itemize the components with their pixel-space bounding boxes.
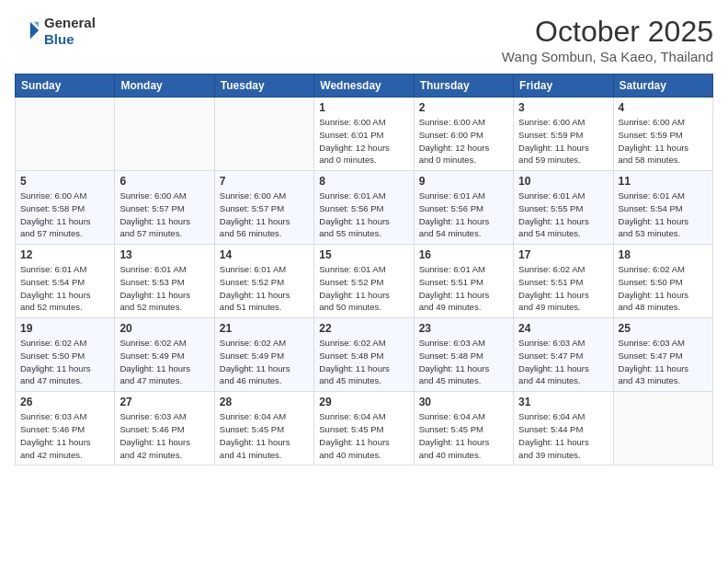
- weekday-header-monday: Monday: [115, 75, 214, 98]
- calendar-cell: 8Sunrise: 6:01 AM Sunset: 5:56 PM Daylig…: [314, 171, 414, 245]
- calendar-cell: 11Sunrise: 6:01 AM Sunset: 5:54 PM Dayli…: [613, 171, 712, 245]
- day-info: Sunrise: 6:04 AM Sunset: 5:45 PM Dayligh…: [319, 410, 408, 461]
- day-number: 13: [119, 248, 209, 261]
- calendar-cell: 10Sunrise: 6:01 AM Sunset: 5:55 PM Dayli…: [514, 171, 613, 245]
- day-info: Sunrise: 6:00 AM Sunset: 5:59 PM Dayligh…: [619, 116, 708, 167]
- day-info: Sunrise: 6:03 AM Sunset: 5:47 PM Dayligh…: [619, 337, 708, 387]
- calendar-cell: [115, 98, 214, 171]
- calendar-cell: 12Sunrise: 6:01 AM Sunset: 5:54 PM Dayli…: [16, 245, 115, 318]
- calendar-cell: 26Sunrise: 6:03 AM Sunset: 5:46 PM Dayli…: [16, 392, 115, 465]
- weekday-header-tuesday: Tuesday: [214, 75, 313, 98]
- calendar-cell: 24Sunrise: 6:03 AM Sunset: 5:47 PM Dayli…: [514, 318, 613, 392]
- logo-general: General: [44, 15, 96, 31]
- logo-icon: [15, 18, 40, 44]
- day-number: 23: [419, 322, 508, 335]
- day-number: 25: [619, 322, 708, 335]
- day-info: Sunrise: 6:02 AM Sunset: 5:48 PM Dayligh…: [319, 337, 408, 387]
- day-number: 12: [20, 248, 109, 261]
- calendar-cell: 31Sunrise: 6:04 AM Sunset: 5:44 PM Dayli…: [514, 392, 613, 465]
- day-number: 28: [220, 396, 309, 408]
- calendar-cell: 15Sunrise: 6:01 AM Sunset: 5:52 PM Dayli…: [314, 245, 414, 318]
- day-info: Sunrise: 6:00 AM Sunset: 5:57 PM Dayligh…: [119, 190, 209, 240]
- day-number: 9: [419, 175, 508, 188]
- calendar-cell: 29Sunrise: 6:04 AM Sunset: 5:45 PM Dayli…: [314, 392, 414, 465]
- day-number: 17: [518, 248, 608, 261]
- logo-blue: Blue: [44, 31, 96, 48]
- logo: General Blue: [15, 15, 96, 48]
- calendar-cell: 18Sunrise: 6:02 AM Sunset: 5:50 PM Dayli…: [613, 245, 712, 318]
- day-info: Sunrise: 6:02 AM Sunset: 5:49 PM Dayligh…: [220, 337, 309, 387]
- day-number: 15: [319, 248, 408, 261]
- day-info: Sunrise: 6:01 AM Sunset: 5:55 PM Dayligh…: [518, 190, 608, 240]
- day-info: Sunrise: 6:00 AM Sunset: 5:59 PM Dayligh…: [518, 116, 608, 167]
- calendar-cell: [16, 98, 115, 171]
- day-number: 2: [419, 101, 508, 114]
- calendar-table: SundayMondayTuesdayWednesdayThursdayFrid…: [15, 74, 713, 465]
- calendar-cell: 19Sunrise: 6:02 AM Sunset: 5:50 PM Dayli…: [16, 318, 115, 392]
- day-number: 26: [20, 396, 109, 408]
- calendar-cell: 1Sunrise: 6:00 AM Sunset: 6:01 PM Daylig…: [314, 98, 414, 171]
- calendar-week-5: 26Sunrise: 6:03 AM Sunset: 5:46 PM Dayli…: [16, 392, 713, 465]
- day-number: 24: [518, 322, 608, 335]
- day-number: 19: [20, 322, 109, 335]
- day-number: 16: [419, 248, 508, 261]
- day-info: Sunrise: 6:02 AM Sunset: 5:49 PM Dayligh…: [119, 337, 209, 387]
- day-number: 29: [319, 396, 408, 408]
- day-number: 10: [518, 175, 608, 188]
- day-info: Sunrise: 6:02 AM Sunset: 5:51 PM Dayligh…: [518, 263, 608, 314]
- calendar-cell: 13Sunrise: 6:01 AM Sunset: 5:53 PM Dayli…: [115, 245, 214, 318]
- weekday-header-sunday: Sunday: [16, 75, 115, 98]
- day-number: 22: [319, 322, 408, 335]
- day-info: Sunrise: 6:03 AM Sunset: 5:46 PM Dayligh…: [119, 410, 209, 461]
- day-info: Sunrise: 6:02 AM Sunset: 5:50 PM Dayligh…: [20, 337, 109, 387]
- day-info: Sunrise: 6:01 AM Sunset: 5:56 PM Dayligh…: [419, 190, 508, 240]
- calendar-cell: 7Sunrise: 6:00 AM Sunset: 5:57 PM Daylig…: [214, 171, 313, 245]
- weekday-header-saturday: Saturday: [613, 75, 712, 98]
- day-number: 21: [220, 322, 309, 335]
- weekday-header-row: SundayMondayTuesdayWednesdayThursdayFrid…: [16, 75, 713, 98]
- day-number: 1: [319, 101, 408, 114]
- day-info: Sunrise: 6:04 AM Sunset: 5:44 PM Dayligh…: [518, 410, 608, 461]
- day-info: Sunrise: 6:00 AM Sunset: 6:01 PM Dayligh…: [319, 116, 408, 167]
- day-number: 4: [619, 101, 708, 114]
- weekday-header-wednesday: Wednesday: [314, 75, 414, 98]
- day-number: 7: [220, 175, 309, 188]
- day-info: Sunrise: 6:02 AM Sunset: 5:50 PM Dayligh…: [619, 263, 708, 314]
- day-number: 5: [20, 175, 109, 188]
- day-number: 8: [319, 175, 408, 188]
- day-number: 31: [518, 396, 608, 408]
- title-block: October 2025 Wang Sombun, Sa Kaeo, Thail…: [502, 15, 713, 64]
- calendar-cell: [214, 98, 313, 171]
- calendar-week-2: 5Sunrise: 6:00 AM Sunset: 5:58 PM Daylig…: [16, 171, 713, 245]
- calendar-cell: 3Sunrise: 6:00 AM Sunset: 5:59 PM Daylig…: [514, 98, 613, 171]
- day-info: Sunrise: 6:01 AM Sunset: 5:54 PM Dayligh…: [20, 263, 109, 314]
- calendar-week-1: 1Sunrise: 6:00 AM Sunset: 6:01 PM Daylig…: [16, 98, 713, 171]
- calendar-cell: 30Sunrise: 6:04 AM Sunset: 5:45 PM Dayli…: [414, 392, 513, 465]
- calendar-cell: 23Sunrise: 6:03 AM Sunset: 5:48 PM Dayli…: [414, 318, 513, 392]
- day-info: Sunrise: 6:00 AM Sunset: 5:58 PM Dayligh…: [20, 190, 109, 240]
- calendar-cell: [613, 392, 712, 465]
- day-info: Sunrise: 6:01 AM Sunset: 5:56 PM Dayligh…: [319, 190, 408, 240]
- month-title: October 2025: [502, 15, 713, 49]
- day-number: 14: [220, 248, 309, 261]
- day-info: Sunrise: 6:03 AM Sunset: 5:47 PM Dayligh…: [518, 337, 608, 387]
- calendar-cell: 14Sunrise: 6:01 AM Sunset: 5:52 PM Dayli…: [214, 245, 313, 318]
- day-number: 11: [619, 175, 708, 188]
- calendar-cell: 5Sunrise: 6:00 AM Sunset: 5:58 PM Daylig…: [16, 171, 115, 245]
- calendar-cell: 21Sunrise: 6:02 AM Sunset: 5:49 PM Dayli…: [214, 318, 313, 392]
- day-info: Sunrise: 6:01 AM Sunset: 5:53 PM Dayligh…: [119, 263, 209, 314]
- day-number: 20: [119, 322, 209, 335]
- day-info: Sunrise: 6:03 AM Sunset: 5:48 PM Dayligh…: [419, 337, 508, 387]
- day-number: 6: [119, 175, 209, 188]
- day-info: Sunrise: 6:00 AM Sunset: 5:57 PM Dayligh…: [220, 190, 309, 240]
- day-info: Sunrise: 6:00 AM Sunset: 6:00 PM Dayligh…: [419, 116, 508, 167]
- calendar-cell: 25Sunrise: 6:03 AM Sunset: 5:47 PM Dayli…: [613, 318, 712, 392]
- day-number: 3: [518, 101, 608, 114]
- weekday-header-thursday: Thursday: [414, 75, 513, 98]
- calendar-cell: 22Sunrise: 6:02 AM Sunset: 5:48 PM Dayli…: [314, 318, 414, 392]
- calendar-cell: 28Sunrise: 6:04 AM Sunset: 5:45 PM Dayli…: [214, 392, 313, 465]
- calendar-cell: 17Sunrise: 6:02 AM Sunset: 5:51 PM Dayli…: [514, 245, 613, 318]
- calendar-cell: 4Sunrise: 6:00 AM Sunset: 5:59 PM Daylig…: [613, 98, 712, 171]
- calendar-cell: 9Sunrise: 6:01 AM Sunset: 5:56 PM Daylig…: [414, 171, 513, 245]
- page-header: General Blue October 2025 Wang Sombun, S…: [15, 15, 713, 64]
